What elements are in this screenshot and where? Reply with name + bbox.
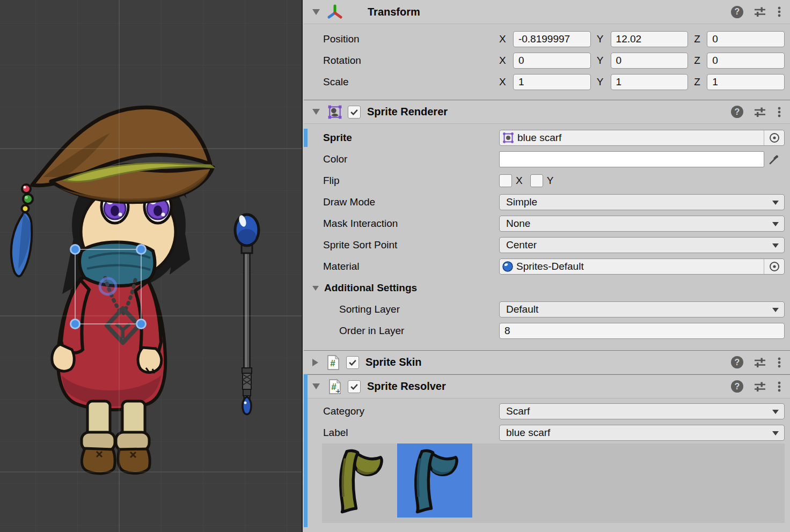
dropdown-arrow-icon xyxy=(772,222,779,226)
kebab-menu-icon[interactable] xyxy=(777,106,782,119)
axis-x-label: X xyxy=(499,33,513,45)
selection-handle-top-left[interactable] xyxy=(71,245,80,254)
eyedropper-button[interactable] xyxy=(764,151,785,167)
additional-settings-row[interactable]: Additional Settings xyxy=(304,277,790,299)
flip-x-label: X xyxy=(516,175,523,187)
selection-handle-bottom-right[interactable] xyxy=(137,320,146,329)
help-icon[interactable]: ? xyxy=(731,356,743,368)
help-icon[interactable]: ? xyxy=(731,6,743,18)
order-in-layer-field[interactable]: 8 xyxy=(499,323,785,339)
sprite-resolver-enabled-checkbox[interactable] xyxy=(348,380,361,393)
rotation-x-field[interactable]: 0 xyxy=(513,53,591,69)
sprite-renderer-icon xyxy=(327,104,343,120)
material-icon xyxy=(502,261,514,272)
label-dropdown[interactable]: blue scarf xyxy=(499,425,785,441)
axis-z-label: Z xyxy=(694,76,707,88)
selection-handle-bottom-left[interactable] xyxy=(71,320,80,329)
selection-handle-top-right[interactable] xyxy=(137,245,146,254)
scale-z-field[interactable]: 1 xyxy=(707,74,785,90)
scene-view[interactable] xyxy=(0,0,303,532)
help-icon[interactable]: ? xyxy=(731,106,743,118)
presets-icon[interactable] xyxy=(754,380,766,393)
svg-text:+: + xyxy=(335,386,341,395)
sprite-sort-point-row: Sprite Sort Point Center xyxy=(304,234,790,256)
inspector-panel: Transform ? Position X -0.8199997 xyxy=(304,0,790,532)
transform-title: Transform xyxy=(368,6,420,18)
color-label: Color xyxy=(304,153,499,165)
position-row: Position X -0.8199997 Y 12.02 Z 0 xyxy=(304,28,790,50)
presets-icon[interactable] xyxy=(754,106,766,119)
position-y-field[interactable]: 12.02 xyxy=(611,31,689,47)
mask-interaction-row: Mask Interaction None xyxy=(304,213,790,234)
mask-interaction-value: None xyxy=(506,218,530,230)
sorting-layer-dropdown[interactable]: Default xyxy=(499,301,785,317)
prefab-override-indicator-resolver xyxy=(304,374,308,527)
rotation-z-field[interactable]: 0 xyxy=(707,53,785,69)
position-z-field[interactable]: 0 xyxy=(707,31,785,47)
material-object-field[interactable]: Sprites-Default xyxy=(499,258,785,275)
sprite-renderer-enabled-checkbox[interactable] xyxy=(348,106,361,119)
axis-y-label: Y xyxy=(597,33,611,45)
thumbnail-blue-scarf[interactable] xyxy=(397,444,472,518)
flip-y-label: Y xyxy=(547,175,554,187)
sprite-skin-enabled-checkbox[interactable] xyxy=(346,356,359,369)
sprite-skin-header[interactable]: # Sprite Skin ? xyxy=(304,350,790,374)
sprite-icon xyxy=(502,131,515,144)
thumbnail-green-scarf[interactable] xyxy=(322,444,397,518)
flip-y-checkbox[interactable] xyxy=(530,174,543,187)
category-dropdown[interactable]: Scarf xyxy=(499,403,785,419)
sprite-skin-title: Sprite Skin xyxy=(365,356,421,368)
sorting-layer-label: Sorting Layer xyxy=(304,304,499,315)
sprite-resolver-body: Category Scarf Label blue scarf xyxy=(304,398,790,532)
label-label: Label xyxy=(304,427,499,439)
category-label: Category xyxy=(304,405,499,417)
position-x-field[interactable]: -0.8199997 xyxy=(513,31,591,47)
sprite-renderer-title: Sprite Renderer xyxy=(367,106,448,118)
draw-mode-dropdown[interactable]: Simple xyxy=(499,194,785,210)
scene-canvas[interactable] xyxy=(0,0,302,532)
mask-interaction-label: Mask Interaction xyxy=(304,218,499,230)
sprite-object-field[interactable]: blue scarf xyxy=(499,130,785,146)
sorting-layer-value: Default xyxy=(506,304,538,315)
transform-foldout-icon[interactable] xyxy=(312,9,320,15)
material-object-name: Sprites-Default xyxy=(516,261,584,272)
scale-y-field[interactable]: 1 xyxy=(611,74,689,90)
scale-x-field[interactable]: 1 xyxy=(513,74,591,90)
presets-icon[interactable] xyxy=(754,356,766,369)
sprite-resolver-foldout-icon[interactable] xyxy=(312,383,320,389)
mask-interaction-dropdown[interactable]: None xyxy=(499,216,785,232)
kebab-menu-icon[interactable] xyxy=(777,5,782,18)
material-label: Material xyxy=(304,261,499,272)
draw-mode-label: Draw Mode xyxy=(304,196,499,208)
transform-body: Position X -0.8199997 Y 12.02 Z 0 Rotati… xyxy=(304,24,790,100)
sprite-skin-foldout-icon[interactable] xyxy=(312,359,318,366)
rotation-y-field[interactable]: 0 xyxy=(611,53,689,69)
object-picker-button[interactable] xyxy=(764,259,784,274)
sprite-sort-point-dropdown[interactable]: Center xyxy=(499,237,785,253)
label-row: Label blue scarf xyxy=(304,422,790,444)
additional-settings-label: Additional Settings xyxy=(324,282,417,294)
rotation-label: Rotation xyxy=(304,55,499,66)
additional-settings-foldout-icon[interactable] xyxy=(312,286,319,291)
sprite-pivot-ring[interactable] xyxy=(100,278,116,294)
sprite-renderer-foldout-icon[interactable] xyxy=(312,109,320,115)
transform-header[interactable]: Transform ? xyxy=(304,0,790,24)
color-swatch[interactable] xyxy=(499,151,764,167)
sprite-resolver-header[interactable]: # + Sprite Resolver ? xyxy=(304,374,790,398)
color-row: Color xyxy=(304,149,790,170)
transform-icon xyxy=(327,4,343,20)
sprite-renderer-header[interactable]: Sprite Renderer ? xyxy=(304,100,790,124)
axis-x-label: X xyxy=(499,55,513,66)
sprite-resolver-title: Sprite Resolver xyxy=(367,380,446,393)
axis-y-label: Y xyxy=(597,76,611,88)
unity-editor-window: Transform ? Position X -0.8199997 xyxy=(0,0,790,532)
category-value: Scarf xyxy=(506,405,530,417)
sprite-resolver-icon: # + xyxy=(327,379,343,395)
flip-x-checkbox[interactable] xyxy=(499,174,512,187)
object-picker-button[interactable] xyxy=(764,130,784,145)
kebab-menu-icon[interactable] xyxy=(777,380,782,393)
presets-icon[interactable] xyxy=(754,5,766,18)
help-icon[interactable]: ? xyxy=(731,380,743,393)
dropdown-arrow-icon xyxy=(772,308,779,312)
kebab-menu-icon[interactable] xyxy=(777,356,782,369)
